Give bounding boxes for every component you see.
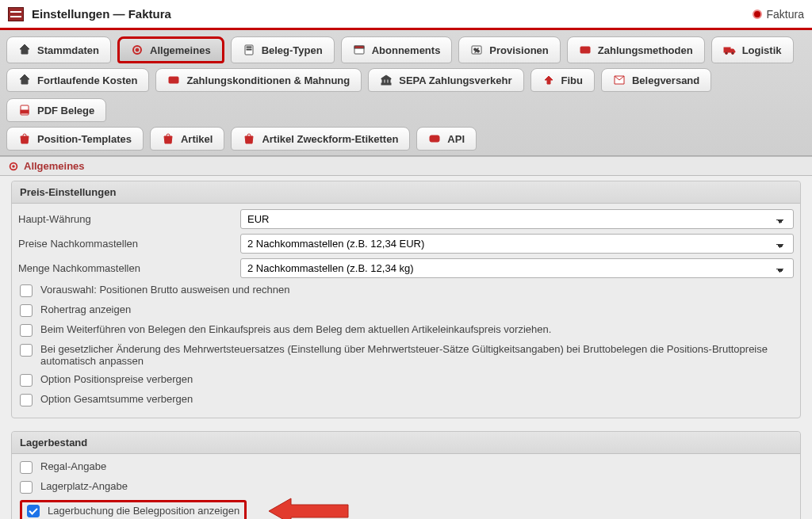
check-positionspreise[interactable] xyxy=(20,374,33,387)
tab-artikel-etiketten[interactable]: Artikel Zweckform-Etiketten xyxy=(231,127,410,151)
tab-api[interactable]: API xyxy=(416,127,477,151)
brand-label: Faktura xyxy=(767,8,804,21)
tab-label: PDF Belege xyxy=(37,105,94,116)
tab-beleg-typen[interactable]: Beleg-Typen xyxy=(231,36,335,63)
bag-icon xyxy=(162,132,174,145)
tab-label: Provisionen xyxy=(489,44,548,56)
tab-fibu[interactable]: Fibu xyxy=(530,68,595,92)
check-label: Rohertrag anzeigen xyxy=(40,303,131,315)
send-icon xyxy=(613,74,626,86)
haupt-waehrung-label: Haupt-Währung xyxy=(18,213,240,225)
panel-header: Preis-Einstellungen xyxy=(12,181,800,204)
percent-icon: % xyxy=(470,44,483,56)
panel-lagerbestand: Lagerbestand Regal-Angabe Lagerplatz-Ang… xyxy=(11,431,801,519)
bag-icon xyxy=(243,132,255,145)
check-label: Vorauswahl: Positionen Brutto ausweisen … xyxy=(40,284,289,296)
tab-label: Artikel Zweckform-Etiketten xyxy=(262,133,398,145)
panel-header: Lagerbestand xyxy=(12,432,800,454)
tab-label: Artikel xyxy=(181,133,213,145)
svg-rect-17 xyxy=(381,83,391,85)
bank-icon xyxy=(380,74,393,86)
check-einkaufspreis[interactable] xyxy=(20,324,33,337)
wallet-icon xyxy=(579,44,592,56)
svg-rect-20 xyxy=(430,135,439,142)
tab-label: Abonnements xyxy=(372,44,441,56)
export-icon xyxy=(542,74,555,86)
gear-icon xyxy=(131,44,144,56)
bag-icon xyxy=(18,132,31,145)
calendar-icon xyxy=(353,44,366,56)
menge-nk-select[interactable]: 2 Nachkommastellen (z.B. 12,34 kg) xyxy=(240,258,794,278)
money-icon xyxy=(167,74,180,86)
check-label: Lagerplatz-Angabe xyxy=(40,480,128,492)
svg-rect-16 xyxy=(389,79,390,83)
svg-marker-23 xyxy=(269,498,348,520)
check-brutto[interactable] xyxy=(20,284,33,297)
svg-rect-10 xyxy=(724,48,730,52)
tab-label: Allgemeines xyxy=(150,44,211,56)
clock-icon xyxy=(18,74,31,86)
section-icon xyxy=(8,161,19,172)
tab-artikel[interactable]: Artikel xyxy=(150,127,224,151)
tab-zahlungskonditionen[interactable]: Zahlungskonditionen & Mahnung xyxy=(155,68,362,92)
svg-text:%: % xyxy=(474,47,480,54)
tab-sepa[interactable]: SEPA Zahlungsverkehr xyxy=(368,68,523,92)
svg-rect-4 xyxy=(247,49,251,50)
check-label: Lagerbuchung die Belegposition anzeigen xyxy=(48,505,239,517)
haupt-waehrung-select[interactable]: EUR xyxy=(240,209,794,229)
check-gesamtsumme[interactable] xyxy=(20,394,33,406)
check-regal[interactable] xyxy=(20,461,33,474)
svg-point-22 xyxy=(12,165,15,168)
api-icon xyxy=(428,132,441,145)
check-mwst[interactable] xyxy=(20,344,33,357)
check-rohertrag[interactable] xyxy=(20,304,33,317)
svg-point-12 xyxy=(731,52,733,55)
-check-label: Bei gesetzlicher Änderung des Mehrwertst… xyxy=(40,343,792,367)
tab-stammdaten[interactable]: Stammdaten xyxy=(6,36,111,63)
svg-rect-9 xyxy=(580,47,590,53)
tab-label: Fibu xyxy=(561,74,583,86)
svg-rect-3 xyxy=(247,47,251,48)
svg-rect-15 xyxy=(385,79,387,83)
tab-zahlungsmethoden[interactable]: Zahlungsmethoden xyxy=(567,36,705,63)
tab-label: Beleg-Typen xyxy=(262,44,323,56)
tab-position-templates[interactable]: Position-Templates xyxy=(6,127,144,151)
tab-label: SEPA Zahlungsverkehr xyxy=(399,74,511,86)
page-title: Einstellungen — Faktura xyxy=(32,7,171,21)
tab-navigation: Stammdaten Allgemeines Beleg-Typen Abonn… xyxy=(0,30,812,156)
tab-logistik[interactable]: Logistik xyxy=(711,36,794,63)
preise-nk-select[interactable]: 2 Nachkommastellen (z.B. 12,34 EUR) xyxy=(240,234,794,254)
tab-label: Zahlungsmethoden xyxy=(598,44,693,56)
check-label: Option Positionspreise verbergen xyxy=(40,373,193,385)
app-logo xyxy=(8,7,24,21)
svg-point-1 xyxy=(136,48,139,52)
check-label: Beim Weiterführen von Belegen den Einkau… xyxy=(40,323,551,335)
svg-point-11 xyxy=(725,52,727,55)
svg-rect-14 xyxy=(382,79,384,83)
tab-fortlaufende-kosten[interactable]: Fortlaufende Kosten xyxy=(6,68,149,92)
tab-label: Belegversand xyxy=(632,74,699,86)
svg-rect-13 xyxy=(169,77,178,83)
check-label: Regal-Angabe xyxy=(40,460,106,472)
tab-pdf-belege[interactable]: PDF Belege xyxy=(6,98,106,122)
tab-belegversand[interactable]: Belegversand xyxy=(601,68,711,92)
tab-provisionen[interactable]: % Provisionen xyxy=(458,36,560,63)
document-icon xyxy=(243,44,255,56)
tab-label: Logistik xyxy=(742,44,782,56)
person-icon xyxy=(18,44,31,56)
tab-label: Stammdaten xyxy=(37,44,99,56)
preise-nk-label: Preise Nachkommastellen xyxy=(18,238,240,250)
tab-label: API xyxy=(447,133,465,145)
check-lagerbuchung[interactable] xyxy=(27,505,40,517)
tab-label: Position-Templates xyxy=(37,133,132,145)
tab-allgemeines[interactable]: Allgemeines xyxy=(117,36,224,63)
panel-preis-einstellungen: Preis-Einstellungen Haupt-Währung EUR Pr… xyxy=(11,181,801,418)
section-title: Allgemeines xyxy=(24,160,85,172)
tab-abonnements[interactable]: Abonnements xyxy=(341,36,453,63)
pdf-icon xyxy=(18,104,31,116)
highlighted-option: Lagerbuchung die Belegposition anzeigen xyxy=(20,500,247,519)
check-lagerplatz[interactable] xyxy=(20,481,33,494)
menge-nk-label: Menge Nachkommastellen xyxy=(18,262,240,274)
brand-indicator: Faktura xyxy=(753,8,804,21)
svg-rect-19 xyxy=(21,110,29,113)
